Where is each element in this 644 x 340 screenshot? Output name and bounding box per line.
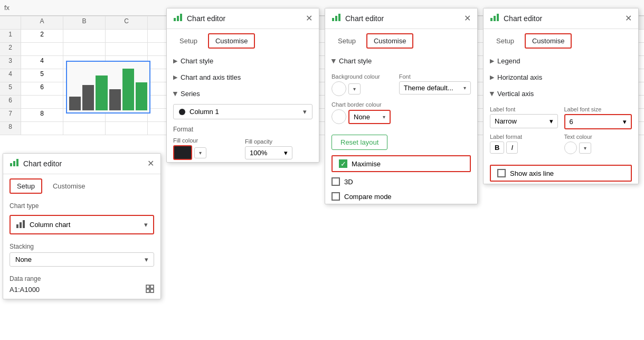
fill-colour-swatch[interactable] (173, 145, 192, 160)
stacking-arrow: ▾ (145, 256, 148, 263)
panel-1-close-button[interactable]: ✕ (147, 159, 154, 168)
row-3-header: 3 (0, 56, 21, 69)
chart-bar-6 (136, 82, 147, 110)
column-chart-icon (16, 219, 25, 230)
chart-type-selector[interactable]: Column chart ▾ (10, 215, 154, 234)
tab-setup-1[interactable]: Setup (10, 178, 42, 194)
border-colour-dropdown[interactable]: None ▾ (348, 110, 391, 124)
label-format-col: Label format B I (490, 134, 558, 154)
corner-cell (0, 16, 21, 30)
tab-customise-3[interactable]: Customise (366, 33, 413, 49)
fx-label: fx (4, 4, 10, 12)
italic-button[interactable]: I (506, 141, 518, 154)
label-font-size-label: Label font size (564, 106, 632, 112)
series-dropdown[interactable]: Column 1 ▾ (173, 104, 312, 119)
cell-b8[interactable] (63, 122, 106, 135)
text-colour-arrow: ▾ (584, 145, 586, 151)
chevron-right-haxis: ▶ (490, 74, 494, 81)
panel-2-close-button[interactable]: ✕ (306, 14, 312, 23)
panel-4-close-button[interactable]: ✕ (625, 14, 632, 23)
font-value: Theme default... (404, 84, 461, 92)
embedded-chart[interactable] (66, 61, 150, 114)
series-value: Column 1 (190, 108, 299, 116)
svg-rect-3 (16, 224, 18, 228)
cell-a6[interactable] (21, 96, 63, 109)
cell-b2[interactable] (63, 43, 106, 56)
col-a-header: A (21, 16, 63, 30)
show-axis-line-checkbox[interactable] (497, 169, 506, 177)
cell-b1[interactable] (63, 30, 106, 43)
vertical-axis-section[interactable]: ▶ Vertical axis (484, 86, 638, 102)
cell-c1[interactable] (106, 30, 148, 43)
3d-row: 3D (325, 174, 477, 189)
chart-titles-section[interactable]: ▶ Chart and axis titles (167, 69, 319, 86)
border-colour-swatch[interactable] (332, 109, 346, 124)
row-7-header: 7 (0, 109, 21, 122)
label-font-select[interactable]: Narrow ▾ (490, 114, 558, 128)
row-6-header: 6 (0, 96, 21, 109)
bg-colour-arrow: ▾ (353, 86, 356, 92)
tab-setup-3[interactable]: Setup (332, 34, 362, 48)
cell-a7[interactable]: 8 (21, 109, 63, 122)
chart-icon-3 (332, 13, 341, 24)
chart-editor-panel-3: Chart editor ✕ Setup Customise ▶ Chart s… (325, 8, 478, 204)
bg-colour-col: Background colour ▾ (332, 73, 380, 96)
row-4-header: 4 (0, 69, 21, 82)
border-colour-value: None (354, 113, 381, 121)
maximise-label: Maximise (352, 160, 381, 168)
panel-3-header: Chart editor ✕ (325, 8, 477, 29)
stacking-select[interactable]: None ▾ (10, 252, 154, 267)
svg-rect-18 (497, 14, 499, 21)
chart-type-label: Chart type (3, 198, 160, 211)
horizontal-axis-section[interactable]: ▶ Horizontal axis (484, 69, 638, 86)
svg-rect-9 (150, 289, 154, 292)
legend-label: Legend (497, 57, 520, 65)
cell-a5[interactable]: 6 (21, 82, 63, 96)
show-axis-line-label: Show axis line (510, 169, 554, 177)
fill-colour-dropdown-btn[interactable]: ▾ (194, 147, 206, 158)
svg-rect-10 (174, 18, 176, 21)
label-font-size-select[interactable]: 6 ▾ (564, 114, 632, 129)
label-format-label: Label format (490, 134, 558, 140)
fill-opacity-value: 100% (250, 149, 267, 157)
bg-colour-swatch[interactable] (332, 81, 346, 96)
panel-3-close-button[interactable]: ✕ (464, 14, 471, 23)
chart-style-section-2[interactable]: ▶ Chart style (167, 53, 319, 69)
data-range-label: Data range (3, 271, 160, 284)
text-colour-dropdown[interactable]: ▾ (579, 143, 591, 154)
maximise-checkbox[interactable]: ✓ (339, 159, 347, 168)
stacking-label: Stacking (3, 239, 160, 251)
legend-section[interactable]: ▶ Legend (484, 53, 638, 69)
chart-bar-3 (96, 75, 107, 110)
cell-c8[interactable] (106, 122, 148, 135)
fill-opacity-select[interactable]: 100% ▾ (245, 146, 292, 159)
cell-c2[interactable] (106, 43, 148, 56)
label-font-size-arrow: ▾ (623, 118, 627, 126)
3d-checkbox[interactable] (332, 177, 340, 186)
font-dropdown[interactable]: Theme default... ▾ (399, 81, 471, 95)
label-format-row: Label format B I Text colour ▾ (490, 134, 632, 154)
tab-customise-1[interactable]: Customise (46, 180, 91, 193)
series-section[interactable]: ▶ Series (167, 86, 319, 102)
cell-a2[interactable] (21, 43, 63, 56)
bg-colour-dropdown[interactable]: ▾ (348, 83, 361, 95)
reset-layout-button[interactable]: Reset layout (332, 135, 387, 150)
compare-mode-checkbox[interactable] (332, 192, 340, 201)
bold-button[interactable]: B (490, 141, 504, 154)
tab-customise-4[interactable]: Customise (525, 33, 572, 49)
cell-a1[interactable]: 2 (21, 30, 63, 43)
chart-style-section-3[interactable]: ▶ Chart style (325, 53, 477, 69)
vertical-axis-label: Vertical axis (497, 90, 534, 98)
cell-a8[interactable] (21, 122, 63, 135)
chart-type-dropdown-arrow: ▾ (144, 221, 148, 229)
col-b-header: B (63, 16, 106, 30)
text-colour-swatch[interactable] (564, 141, 577, 154)
svg-rect-4 (20, 222, 22, 228)
grid-icon[interactable] (146, 285, 154, 295)
cell-a4[interactable]: 5 (21, 69, 63, 82)
cell-a3[interactable]: 4 (21, 56, 63, 69)
tab-setup-4[interactable]: Setup (490, 34, 520, 48)
tab-customise-2[interactable]: Customise (208, 33, 255, 49)
tab-setup-2[interactable]: Setup (173, 34, 204, 48)
svg-rect-1 (13, 161, 15, 166)
